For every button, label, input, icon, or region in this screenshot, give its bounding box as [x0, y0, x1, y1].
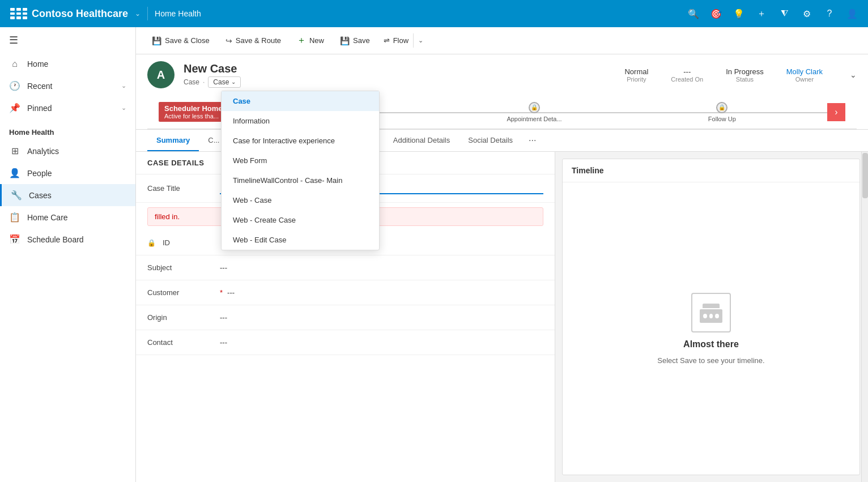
flow-control: ⇌ Flow ⌄	[379, 33, 428, 48]
help-icon[interactable]: ?	[820, 5, 839, 23]
dropdown-item-web-edit[interactable]: Web - Edit Case	[222, 230, 379, 250]
current-app-label: Home Health	[155, 9, 201, 18]
new-icon: ＋	[297, 35, 306, 46]
sidebar-item-scheduleboard[interactable]: 📅 Schedule Board	[0, 228, 135, 250]
step3-circle[interactable]: 🔒	[716, 102, 727, 113]
sidebar-cases-label: Cases	[29, 191, 52, 200]
record-subtitle: Case · Case ⌄	[184, 76, 615, 88]
save-icon: 💾	[340, 36, 350, 45]
meta-expand-chevron[interactable]: ⌄	[850, 70, 857, 79]
sidebar-section-header: Home Health	[0, 119, 135, 140]
plus-icon[interactable]: ＋	[752, 5, 771, 23]
sidebar-item-pinned[interactable]: 📌 Pinned ⌄	[0, 97, 135, 119]
folder-body	[700, 309, 722, 323]
dropdown-item-interactive[interactable]: Case for Interactive experience	[222, 131, 379, 151]
dropdown-item-web-case[interactable]: Web - Case	[222, 190, 379, 210]
home-icon: ⌂	[9, 59, 20, 69]
tab-social-details[interactable]: Social Details	[459, 130, 522, 151]
sidebar-item-people[interactable]: 👤 People	[0, 162, 135, 184]
nav-divider	[147, 7, 148, 20]
badge-subtitle: Active for less tha...	[164, 113, 227, 120]
save-close-label: Save & Close	[165, 36, 210, 45]
sidebar-item-cases[interactable]: 🔧 Cases	[0, 184, 135, 206]
case-customer-field: Customer * ---	[136, 280, 555, 305]
step2-label: Appointment Deta...	[507, 116, 561, 122]
scrollbar-thumb	[862, 153, 868, 198]
analytics-icon: ⊞	[9, 146, 20, 156]
flow-chevron-button[interactable]: ⌄	[413, 33, 428, 48]
case-contact-label: Contact	[147, 338, 215, 347]
lock-icon: 🔒	[147, 239, 156, 247]
process-next-arrow[interactable]: ›	[827, 103, 845, 121]
process-step-3: 🔒 Follow Up	[628, 102, 816, 122]
save-route-icon: ↪	[225, 36, 232, 45]
folder-dot-3	[715, 314, 719, 318]
app-grid-icon[interactable]	[7, 5, 25, 23]
people-icon: 👤	[9, 168, 20, 178]
homecare-icon: 📋	[9, 212, 20, 223]
app-title-chevron[interactable]: ⌄	[135, 10, 141, 18]
tab-summary[interactable]: Summary	[147, 130, 199, 151]
right-column: Timeline Almost there Select Save to see…	[555, 152, 868, 482]
required-asterisk: *	[220, 288, 223, 297]
new-label: New	[309, 36, 324, 45]
case-customer-value: ---	[227, 288, 543, 297]
tab-more-button[interactable]: ···	[524, 130, 541, 151]
cases-icon: 🔧	[11, 190, 22, 201]
sidebar-item-analytics[interactable]: ⊞ Analytics	[0, 140, 135, 162]
top-navigation: Contoso Healthcare ⌄ Home Health 🔍 🎯 💡 ＋…	[0, 0, 868, 27]
search-icon[interactable]: 🔍	[684, 5, 703, 23]
step2-circle[interactable]: 🔒	[529, 102, 540, 113]
folder-dot-1	[703, 314, 707, 318]
save-button[interactable]: 💾 Save	[333, 33, 377, 49]
hamburger-menu[interactable]: ☰	[0, 27, 135, 53]
timeline-header: Timeline	[563, 159, 860, 182]
owner-value[interactable]: Molly Clark	[786, 67, 823, 76]
sidebar-people-label: People	[27, 169, 52, 178]
pinned-icon: 📌	[9, 103, 20, 113]
dropdown-item-webform[interactable]: Web Form	[222, 151, 379, 170]
gear-icon[interactable]: ⚙	[798, 5, 816, 23]
status-value: In Progress	[726, 67, 763, 76]
user-icon[interactable]: 👤	[843, 5, 861, 23]
priority-value: Normal	[624, 67, 648, 76]
dropdown-item-information[interactable]: Information	[222, 111, 379, 131]
case-origin-field: Origin ---	[136, 305, 555, 330]
target-icon[interactable]: 🎯	[707, 5, 725, 23]
created-label: Created On	[671, 76, 703, 83]
save-close-icon: 💾	[152, 36, 161, 45]
recent-icon: 🕐	[9, 80, 20, 91]
flow-button[interactable]: ⇌ Flow	[379, 33, 413, 48]
scheduleboard-icon: 📅	[9, 234, 20, 245]
record-header-top: A New Case Case · Case ⌄ Normal	[147, 61, 857, 88]
sidebar-home-label: Home	[27, 59, 48, 69]
new-button[interactable]: ＋ New	[290, 31, 331, 50]
record-type-dropdown[interactable]: Case ⌄	[208, 76, 241, 88]
sidebar-item-homecare[interactable]: 📋 Home Care	[0, 206, 135, 228]
sidebar-item-home[interactable]: ⌂ Home	[0, 53, 135, 75]
subtitle-dot: ·	[203, 78, 205, 86]
bulb-icon[interactable]: 💡	[730, 5, 748, 23]
case-customer-label: Customer	[147, 288, 215, 297]
tab-additional-details[interactable]: Additional Details	[384, 130, 459, 151]
dropdown-item-web-create[interactable]: Web - Create Case	[222, 210, 379, 230]
record-title: New Case	[184, 62, 615, 75]
recent-chevron-icon: ⌄	[121, 82, 126, 89]
dropdown-item-case[interactable]: Case	[222, 91, 379, 111]
toolbar: 💾 Save & Close ↪ Save & Route ＋ New 💾 Sa…	[136, 27, 868, 54]
process-step-2: 🔒 Appointment Deta...	[440, 102, 628, 122]
record-title-area: New Case Case · Case ⌄	[184, 62, 615, 88]
save-close-button[interactable]: 💾 Save & Close	[145, 33, 216, 49]
timeline-empty-subtitle: Select Save to see your timeline.	[657, 356, 764, 365]
sidebar-recent-label: Recent	[27, 82, 52, 91]
sidebar-item-recent[interactable]: 🕐 Recent ⌄	[0, 75, 135, 97]
folder-top	[703, 304, 720, 308]
case-subject-field: Subject ---	[136, 255, 555, 280]
case-id-label: ID	[163, 238, 231, 247]
dropdown-item-timeline[interactable]: TimelineWallControl - Case- Main	[222, 170, 379, 190]
save-route-button[interactable]: ↪ Save & Route	[219, 33, 288, 49]
case-title-label: Case Title	[147, 184, 215, 193]
case-origin-value: ---	[220, 313, 543, 322]
vertical-scrollbar[interactable]	[861, 152, 868, 482]
filter-icon[interactable]: ⧨	[775, 5, 793, 23]
